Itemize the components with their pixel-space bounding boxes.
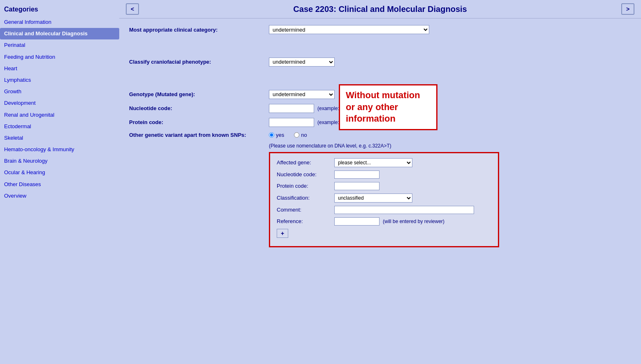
radio-no[interactable] [294, 132, 299, 138]
radio-no-text: no [301, 132, 307, 138]
sidebar-item-perinatal[interactable]: Perinatal [0, 39, 119, 51]
add-row: + [277, 229, 491, 238]
sidebar-item-other-diseases[interactable]: Other Diseases [0, 179, 119, 190]
sidebar-item-growth[interactable]: Growth [0, 86, 119, 97]
reference-row: Reference: (will be entered by reviewer) [277, 217, 491, 226]
sidebar-item-development[interactable]: Development [0, 97, 119, 109]
genotype-label: Genotype (Mutated gene): [129, 91, 269, 97]
inner-nucleotide-code-input[interactable] [334, 170, 380, 179]
classification-label: Classification: [277, 195, 334, 201]
main-content: < Case 2203: Clinical and Molecular Diag… [119, 0, 641, 364]
affected-gene-row: Affected gene: please select... [277, 158, 491, 167]
radio-yes[interactable] [269, 132, 274, 138]
reference-label: Reference: [277, 218, 334, 224]
next-button[interactable]: > [621, 3, 634, 15]
protein-code-label: Protein code: [129, 119, 269, 125]
genetic-variant-label: Other genetic variant apart from known S… [129, 132, 269, 138]
craniofacial-select[interactable]: undetermined [269, 58, 335, 67]
protein-code-input[interactable] [269, 118, 314, 127]
sidebar-item-feeding-nutrition[interactable]: Feeding and Nutrition [0, 51, 119, 63]
sidebar-item-ocular-hearing[interactable]: Ocular & Hearing [0, 167, 119, 178]
reference-hint: (will be entered by reviewer) [383, 219, 444, 224]
affected-gene-label: Affected gene: [277, 159, 334, 166]
genotype-select[interactable]: undetermined [269, 90, 335, 99]
comment-row: Comment: [277, 206, 491, 214]
form-area: Most appropriate clinical category: unde… [119, 18, 641, 254]
sidebar: Categories General Information Clinical … [0, 0, 119, 364]
sidebar-item-hemato-oncology[interactable]: Hemato-oncology & Immunity [0, 144, 119, 155]
craniofacial-label: Classify craniofacial phenotype: [129, 59, 269, 65]
classification-row: Classification: unclassified [277, 194, 491, 203]
sidebar-item-clinical-molecular[interactable]: Clinical and Molecular Diagnosis [0, 28, 119, 39]
affected-gene-select[interactable]: please select... [334, 158, 412, 167]
sidebar-item-ectodermal[interactable]: Ectodermal [0, 121, 119, 132]
sidebar-item-overview[interactable]: Overview [0, 190, 119, 202]
sidebar-item-general-information[interactable]: General Information [0, 16, 119, 28]
classification-select[interactable]: unclassified [334, 194, 412, 203]
sidebar-item-heart[interactable]: Heart [0, 63, 119, 74]
add-variant-button[interactable]: + [277, 229, 288, 238]
nomenclature-hint: (Please use nomenclature on DNA level, e… [269, 143, 631, 149]
reference-input[interactable] [334, 217, 380, 226]
radio-group: yes no [269, 132, 307, 138]
mutation-box-text: Without mutation or any other informatio… [346, 90, 430, 125]
sidebar-item-renal-urogenital[interactable]: Renal and Urogenital [0, 109, 119, 121]
sidebar-item-brain-neurology[interactable]: Brain & Neurology [0, 155, 119, 167]
nucleotide-code-label: Nucleotide code: [129, 105, 269, 111]
clinical-category-select[interactable]: undetermined [269, 25, 429, 34]
inner-nucleotide-code-row: Nucleotide code: [277, 170, 491, 179]
inner-protein-code-label: Protein code: [277, 183, 334, 189]
radio-no-label[interactable]: no [294, 132, 307, 138]
variant-detail-box: Affected gene: please select... Nucleoti… [269, 152, 499, 247]
clinical-category-row: Most appropriate clinical category: unde… [129, 25, 631, 34]
mutation-info-box: Without mutation or any other informatio… [339, 84, 437, 130]
comment-input[interactable] [334, 206, 474, 214]
sidebar-item-lymphatics[interactable]: Lymphatics [0, 74, 119, 86]
nucleotide-code-input[interactable] [269, 104, 314, 113]
comment-label: Comment: [277, 207, 334, 213]
inner-protein-code-row: Protein code: [277, 182, 491, 190]
clinical-category-label: Most appropriate clinical category: [129, 27, 269, 33]
sidebar-title: Categories [0, 3, 119, 16]
radio-yes-text: yes [276, 132, 284, 138]
radio-yes-label[interactable]: yes [269, 132, 284, 138]
page-title: Case 2203: Clinical and Molecular Diagno… [139, 5, 621, 14]
inner-protein-code-input[interactable] [334, 182, 380, 190]
sidebar-item-skeletal[interactable]: Skeletal [0, 132, 119, 144]
prev-button[interactable]: < [126, 3, 139, 15]
genetic-variant-row: Other genetic variant apart from known S… [129, 132, 631, 138]
inner-nucleotide-code-label: Nucleotide code: [277, 171, 334, 177]
craniofacial-row: Classify craniofacial phenotype: undeter… [129, 39, 631, 85]
header-bar: < Case 2203: Clinical and Molecular Diag… [119, 0, 641, 18]
